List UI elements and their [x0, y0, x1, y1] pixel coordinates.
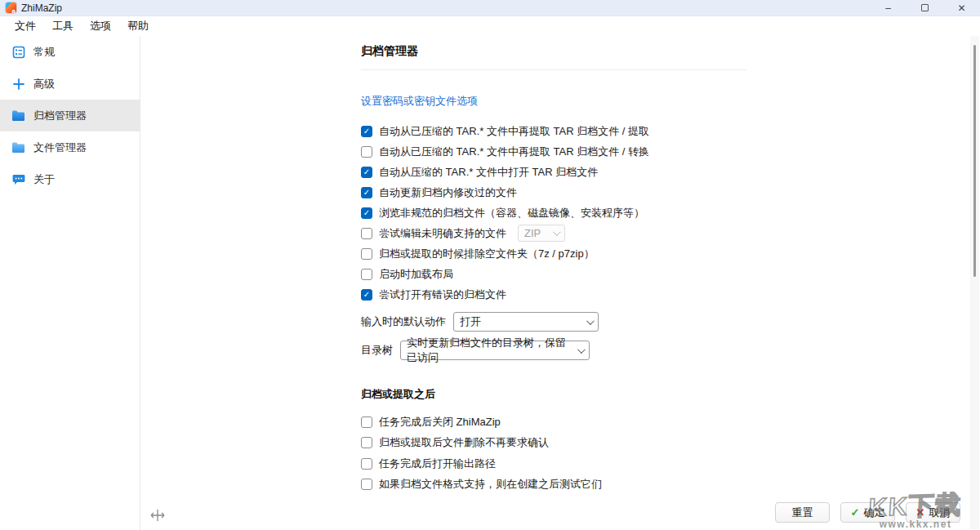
scrollbar-thumb[interactable]: [973, 45, 976, 277]
page-title: 归档管理器: [361, 44, 746, 59]
window-title: ZhiMaZip: [21, 2, 62, 14]
checkbox[interactable]: [361, 126, 372, 137]
sidebar-item-label: 常规: [33, 45, 55, 60]
checkbox[interactable]: [361, 269, 372, 280]
menu-file[interactable]: 文件: [7, 19, 44, 33]
reset-button[interactable]: 重置: [775, 502, 830, 523]
checkbox[interactable]: [361, 248, 372, 260]
option-row[interactable]: 任务完成后打开输出路径: [361, 453, 746, 474]
splitter-resize-handle[interactable]: [149, 506, 167, 524]
menu-options[interactable]: 选项: [82, 19, 119, 33]
sidebar-item-label: 归档管理器: [33, 109, 87, 123]
app-window: ZhiMaZip – ✕ 文件 工具 选项 帮助 常规 高级: [0, 0, 980, 530]
maximize-icon: [921, 4, 929, 11]
x-icon: ✕: [916, 506, 925, 519]
option-row[interactable]: 自动从已压缩的 TAR.* 文件中再提取 TAR 归档文件 / 提取: [361, 121, 746, 141]
directory-tree-label: 目录树: [361, 343, 393, 358]
plus-icon: [11, 77, 25, 91]
chevron-down-icon: [586, 317, 595, 325]
sidebar-item-label: 关于: [33, 172, 55, 187]
option-row[interactable]: 自动更新归档内修改过的文件: [361, 182, 746, 203]
scrollbar-track[interactable]: [970, 36, 979, 529]
option-row[interactable]: 自动从压缩的 TAR.* 文件中打开 TAR 归档文件: [361, 162, 746, 182]
folder-icon: [11, 109, 25, 122]
checkbox[interactable]: [361, 416, 372, 428]
folder-icon: [11, 140, 25, 154]
app-icon: [6, 2, 16, 13]
menu-bar: 文件 工具 选项 帮助: [0, 16, 980, 36]
menu-help[interactable]: 帮助: [119, 19, 157, 33]
checkbox[interactable]: [361, 479, 372, 490]
option-row[interactable]: 启动时加载布局: [361, 264, 746, 284]
option-row[interactable]: 如果归档文件格式支持，则在创建之后测试它们: [361, 474, 746, 496]
checkbox[interactable]: [361, 207, 372, 219]
sidebar: 常规 高级 归档管理器 文件管理器: [0, 36, 140, 530]
option-row[interactable]: 任务完成后关闭 ZhiMaZip: [361, 412, 746, 433]
settings-panel: 归档管理器 设置密码或密钥文件选项 自动从已压缩的 TAR.* 文件中再提取 T…: [140, 36, 980, 530]
chevron-down-icon: [577, 345, 586, 354]
directory-tree-select[interactable]: 实时更新归档文件的目录树，保留已访问: [400, 341, 590, 360]
checkbox[interactable]: [361, 437, 372, 448]
ok-button[interactable]: ✓ 确定: [840, 502, 895, 523]
checkbox[interactable]: [361, 458, 372, 470]
check-icon: ✓: [851, 506, 860, 519]
minimize-button[interactable]: –: [870, 0, 906, 16]
sidebar-item-about[interactable]: 关于: [0, 163, 140, 195]
close-button[interactable]: ✕: [943, 0, 980, 16]
general-settings-icon: [11, 45, 25, 59]
option-row[interactable]: 自动从已压缩的 TAR.* 文件中再提取 TAR 归档文件 / 转换: [361, 141, 746, 162]
option-row[interactable]: 归档或提取后文件删除不再要求确认: [361, 433, 746, 454]
checkbox[interactable]: [361, 167, 372, 178]
sidebar-item-general[interactable]: 常规: [0, 36, 140, 68]
chat-bubble-icon: [11, 172, 25, 186]
option-row[interactable]: 尝试编辑未明确支持的文件 ZIP: [361, 223, 746, 243]
sidebar-item-advanced[interactable]: 高级: [0, 68, 140, 100]
default-action-select[interactable]: 打开: [453, 312, 599, 332]
cancel-button[interactable]: ✕ 取消: [906, 502, 960, 523]
sidebar-item-label: 文件管理器: [33, 140, 87, 155]
option-row[interactable]: 归档或提取的时候排除空文件夹（7z / p7zip）: [361, 243, 746, 264]
checkbox[interactable]: [361, 146, 372, 158]
checkbox[interactable]: [361, 289, 372, 301]
footer-buttons: 重置 ✓ 确定 ✕ 取消: [775, 502, 960, 523]
password-options-link[interactable]: 设置密码或密钥文件选项: [361, 94, 478, 109]
format-select[interactable]: ZIP: [518, 225, 565, 242]
heading-divider: [361, 69, 746, 70]
sidebar-item-archive-manager[interactable]: 归档管理器: [0, 100, 140, 131]
menu-tools[interactable]: 工具: [44, 19, 82, 33]
title-bar: ZhiMaZip – ✕: [0, 0, 980, 16]
option-row[interactable]: 浏览非规范的归档文件（容器、磁盘镜像、安装程序等）: [361, 203, 746, 223]
maximize-button[interactable]: [906, 0, 943, 16]
chevron-down-icon: [553, 228, 561, 236]
after-section-title: 归档或提取之后: [361, 387, 746, 402]
default-action-label: 输入时的默认动作: [361, 314, 446, 329]
sidebar-item-label: 高级: [33, 77, 55, 91]
checkbox[interactable]: [361, 228, 372, 239]
checkbox[interactable]: [361, 187, 372, 198]
option-row[interactable]: 尝试打开有错误的归档文件: [361, 284, 746, 305]
sidebar-item-file-manager[interactable]: 文件管理器: [0, 131, 140, 163]
